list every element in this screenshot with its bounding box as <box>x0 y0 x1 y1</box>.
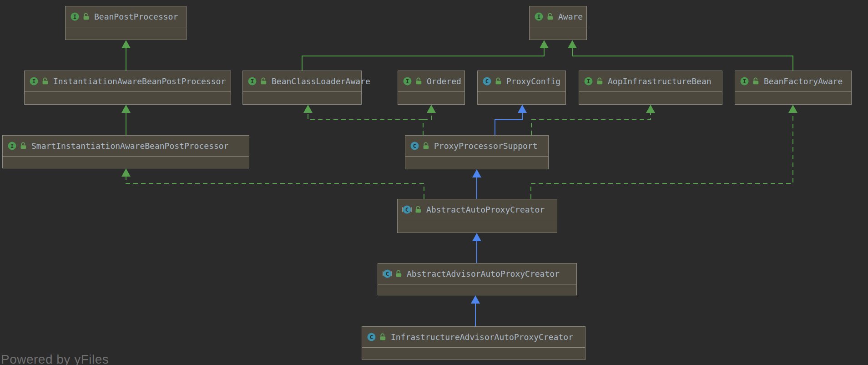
node-label: SmartInstantiationAwareBeanPostProcessor <box>31 141 228 151</box>
arrowhead-icon <box>472 233 481 241</box>
arrowhead-icon <box>540 40 549 48</box>
node-members-section <box>398 220 557 233</box>
node-members-section <box>530 27 586 40</box>
edge-ProxyProcessorSupport-to-Ordered[interactable] <box>423 105 436 120</box>
abstract-class-icon: C <box>383 269 392 279</box>
node-InstantiationAwareBeanPostProcessor[interactable]: IInstantiationAwareBeanPostProcessor <box>24 71 231 105</box>
edges-layer <box>0 0 868 365</box>
node-header: IInstantiationAwareBeanPostProcessor <box>25 71 231 91</box>
node-BeanFactoryAware[interactable]: IBeanFactoryAware <box>735 71 852 105</box>
edge-ProxyProcessorSupport-to-AopInfrastructureBean[interactable] <box>531 105 655 135</box>
node-InfrastructureAdvisorAutoProxyCreator[interactable]: CInfrastructureAdvisorAutoProxyCreator <box>362 326 585 360</box>
node-header: IAware <box>530 6 586 27</box>
interface-icon: I <box>740 76 749 86</box>
svg-text:I: I <box>537 13 541 20</box>
interface-icon: I <box>534 12 544 21</box>
svg-text:C: C <box>485 78 489 85</box>
svg-text:I: I <box>743 78 747 85</box>
arrowhead-icon <box>646 105 655 113</box>
interface-icon: I <box>7 141 17 151</box>
arrowhead-icon <box>788 105 797 113</box>
node-header: CProxyProcessorSupport <box>405 136 548 156</box>
node-members-section <box>398 91 464 104</box>
public-lock-icon <box>395 270 402 278</box>
node-members-section <box>579 91 722 104</box>
arrowhead-icon <box>303 105 313 113</box>
edge-ProxyProcessorSupport-to-BeanClassLoaderAware[interactable] <box>303 105 423 135</box>
svg-text:C: C <box>413 142 417 149</box>
public-lock-icon <box>20 142 27 150</box>
node-AopInfrastructureBean[interactable]: IAopInfrastructureBean <box>579 71 722 105</box>
node-header: IBeanClassLoaderAware <box>243 71 361 91</box>
node-header: CAbstractAdvisorAutoProxyCreator <box>378 264 576 284</box>
edge-AbstractAutoProxyCreator-to-ProxyProcessorSupport[interactable] <box>472 169 481 199</box>
interface-icon: I <box>70 12 80 21</box>
node-members-section <box>243 91 361 104</box>
node-members-section <box>362 347 585 360</box>
node-BeanClassLoaderAware[interactable]: IBeanClassLoaderAware <box>242 71 362 105</box>
edge-BeanFactoryAware-to-Aware[interactable] <box>568 40 793 71</box>
svg-text:I: I <box>32 78 36 85</box>
arrowhead-icon <box>518 105 527 113</box>
node-header: CAbstractAutoProxyCreator <box>398 199 557 220</box>
node-AbstractAdvisorAutoProxyCreator[interactable]: CAbstractAdvisorAutoProxyCreator <box>378 263 577 295</box>
edge-AbstractAutoProxyCreator-to-SmartInstantiationAwareBeanPostProcessor[interactable] <box>121 168 424 199</box>
public-lock-icon <box>415 77 422 85</box>
node-header: IAopInfrastructureBean <box>579 71 722 91</box>
edge-AbstractAdvisorAutoProxyCreator-to-AbstractAutoProxyCreator[interactable] <box>472 233 481 263</box>
edge-AbstractAutoProxyCreator-to-BeanFactoryAware[interactable] <box>531 105 797 199</box>
public-lock-icon <box>83 13 90 20</box>
public-lock-icon <box>42 77 49 85</box>
node-Ordered[interactable]: IOrdered <box>398 71 465 105</box>
svg-text:I: I <box>73 13 77 20</box>
node-label: InstantiationAwareBeanPostProcessor <box>53 76 226 86</box>
edge-BeanClassLoaderAware-to-Aware[interactable] <box>302 40 549 71</box>
node-members-section <box>478 91 565 104</box>
edge-InfrastructureAdvisorAutoProxyCreator-to-AbstractAdvisorAutoProxyCreator[interactable] <box>471 295 480 326</box>
edge-InstantiationAwareBeanPostProcessor-to-BeanPostProcessor[interactable] <box>121 40 131 71</box>
node-label: BeanFactoryAware <box>764 76 843 86</box>
node-header: CProxyConfig <box>478 71 565 91</box>
node-header: ISmartInstantiationAwareBeanPostProcesso… <box>3 136 249 156</box>
node-header: CInfrastructureAdvisorAutoProxyCreator <box>362 327 585 347</box>
node-label: Aware <box>558 12 583 21</box>
svg-text:C: C <box>386 270 389 277</box>
node-label: ProxyProcessorSupport <box>434 141 538 151</box>
arrowhead-icon <box>121 105 131 113</box>
public-lock-icon <box>423 142 429 150</box>
uml-diagram-canvas: IBeanPostProcessorIAwareIInstantiationAw… <box>0 0 868 365</box>
svg-text:I: I <box>251 78 254 85</box>
public-lock-icon <box>415 206 422 213</box>
node-members-section <box>378 284 576 295</box>
node-label: AbstractAutoProxyCreator <box>426 205 545 214</box>
public-lock-icon <box>596 77 603 85</box>
node-ProxyProcessorSupport[interactable]: CProxyProcessorSupport <box>405 135 549 169</box>
svg-text:C: C <box>370 334 373 340</box>
node-Aware[interactable]: IAware <box>529 6 587 40</box>
node-members-section <box>25 91 231 104</box>
node-label: ProxyConfig <box>506 76 560 86</box>
node-AbstractAutoProxyCreator[interactable]: CAbstractAutoProxyCreator <box>397 199 557 233</box>
public-lock-icon <box>379 333 386 341</box>
node-members-section <box>3 156 249 168</box>
public-lock-icon <box>547 13 554 20</box>
node-members-section <box>735 91 851 104</box>
abstract-class-icon: C <box>402 205 412 214</box>
class-icon: C <box>410 141 419 151</box>
edge-SmartInstantiationAwareBeanPostProcessor-to-InstantiationAwareBeanPostProcessor[interactable] <box>121 105 131 135</box>
node-BeanPostProcessor[interactable]: IBeanPostProcessor <box>65 6 187 40</box>
arrowhead-icon <box>568 40 577 48</box>
node-members-section <box>405 156 548 169</box>
svg-text:I: I <box>406 78 409 85</box>
interface-icon: I <box>247 76 257 86</box>
edge-ProxyProcessorSupport-to-ProxyConfig[interactable] <box>495 105 527 135</box>
arrowhead-icon <box>427 105 436 113</box>
node-ProxyConfig[interactable]: CProxyConfig <box>477 71 566 105</box>
node-label: AopInfrastructureBean <box>608 76 712 86</box>
yfiles-watermark: Powered by yFiles <box>1 352 109 365</box>
node-SmartInstantiationAwareBeanPostProcessor[interactable]: ISmartInstantiationAwareBeanPostProcesso… <box>2 135 249 168</box>
public-lock-icon <box>752 77 759 85</box>
node-label: InfrastructureAdvisorAutoProxyCreator <box>391 332 573 342</box>
class-icon: C <box>482 76 492 86</box>
node-label: BeanPostProcessor <box>94 12 178 21</box>
